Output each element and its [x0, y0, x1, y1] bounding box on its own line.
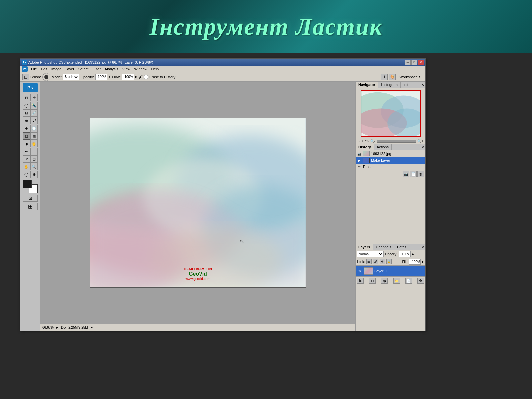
dodge-tool[interactable]: ◑ — [23, 140, 30, 147]
brush-tool[interactable]: 🖌 — [30, 117, 38, 124]
tab-histogram[interactable]: Histogram — [378, 82, 401, 88]
gradient-tool[interactable]: ▦ — [30, 132, 38, 140]
history-actions-bar: 📷 📄 🗑 — [356, 170, 425, 178]
marquee-tool[interactable]: ⊡ — [23, 94, 30, 101]
pen-tool[interactable]: ✒ — [23, 148, 30, 155]
airbrush-icon[interactable]: 🖌 — [139, 75, 143, 79]
canvas-image[interactable]: DEMO VERSION GeoVid www.geovid.com ↖ — [90, 118, 306, 288]
create-document-button[interactable]: 📄 — [410, 171, 417, 177]
zoom-tool[interactable]: 🔍 — [30, 163, 38, 170]
opacity-input-layers[interactable]: 100% — [399, 251, 411, 257]
menu-view[interactable]: View — [120, 66, 132, 72]
type-tool[interactable]: T — [30, 148, 38, 155]
menu-layer[interactable]: Layer — [63, 66, 76, 72]
new-layer-button[interactable]: 📄 — [405, 278, 412, 284]
screen-mode-button[interactable]: ▦ — [23, 203, 38, 210]
history-item-snapshot[interactable]: 📷 1693122.jpg — [356, 150, 425, 157]
zoom-arrow[interactable]: ▶ — [56, 326, 58, 329]
clone-stamp-tool[interactable]: ⊙ — [23, 125, 30, 132]
zoom-in-btn[interactable]: 🔍+ — [417, 139, 423, 143]
minimize-button[interactable]: ─ — [405, 60, 411, 65]
history-panel-close[interactable]: ✕ — [420, 145, 425, 150]
opacity-arrow-layers[interactable]: ▶ — [412, 253, 414, 256]
eyedropper-tool[interactable]: 💉 — [30, 109, 38, 117]
fill-input[interactable]: 100% — [409, 259, 421, 265]
info-btn[interactable]: ℹ — [381, 74, 388, 80]
tab-navigator[interactable]: Navigator — [356, 82, 378, 88]
shape-tool[interactable]: ◻ — [30, 155, 38, 163]
opacity-arrow[interactable]: ▶ — [109, 75, 111, 78]
tool-row-11: ◯ ⊕ — [23, 171, 38, 178]
palette-btn[interactable]: 🎨 — [389, 74, 396, 80]
layers-panel-close[interactable]: ✕ — [420, 245, 425, 250]
new-group-button[interactable]: 📁 — [393, 278, 400, 284]
menu-edit[interactable]: Edit — [39, 66, 49, 72]
navigator-panel-close[interactable]: ✕ — [420, 82, 425, 87]
lock-all-btn[interactable]: 🔒 — [386, 259, 392, 264]
extra-tool-2[interactable]: ⊕ — [30, 171, 38, 178]
tab-history[interactable]: History — [356, 144, 374, 150]
move-tool[interactable]: ✛ — [30, 94, 38, 101]
hand-tool[interactable]: ✋ — [23, 163, 30, 170]
opacity-input[interactable]: 100% — [95, 74, 107, 80]
lasso-tool[interactable]: ◯ — [23, 102, 30, 109]
delete-history-button[interactable]: 🗑 — [417, 171, 424, 177]
history-thumb-1 — [363, 151, 370, 156]
zoom-slider[interactable] — [377, 140, 416, 143]
tab-channels[interactable]: Channels — [373, 244, 394, 250]
layer-effects-button[interactable]: fx — [357, 278, 364, 284]
menu-image[interactable]: Image — [49, 66, 64, 72]
delete-layer-button[interactable]: 🗑 — [417, 278, 424, 284]
tab-layers[interactable]: Layers — [356, 244, 373, 250]
path-select-tool[interactable]: ↗ — [23, 155, 30, 163]
mode-select[interactable]: Brush — [63, 74, 79, 80]
layer-visibility-icon[interactable]: 👁 — [358, 269, 362, 273]
watercolor-art — [90, 118, 306, 287]
extra-tool-1[interactable]: ◯ — [23, 171, 30, 178]
new-snapshot-button[interactable]: 📷 — [403, 171, 409, 177]
eraser-tool[interactable]: ◻ — [23, 132, 30, 140]
tab-paths[interactable]: Paths — [394, 244, 409, 250]
menu-window[interactable]: Window — [132, 66, 149, 72]
add-mask-button[interactable]: ⊡ — [369, 278, 376, 284]
layer-item-0[interactable]: 👁 Layer 0 — [356, 266, 425, 276]
foreground-color-swatch[interactable] — [23, 180, 32, 188]
menu-help[interactable]: Help — [149, 66, 161, 72]
history-item-eraser[interactable]: ✏ Eraser — [356, 164, 425, 170]
status-arrow[interactable]: ▶ — [91, 326, 93, 329]
heal-brush-tool[interactable]: ⊕ — [23, 117, 30, 124]
lock-transparent-btn[interactable]: ▦ — [366, 259, 372, 264]
tab-actions[interactable]: Actions — [374, 144, 392, 150]
zoom-out-btn[interactable]: 🔍- — [370, 139, 375, 143]
lock-row: Lock: ▦ 🖌 ✛ 🔒 Fill: 100% ▶ — [356, 258, 425, 266]
menu-file[interactable]: File — [29, 66, 39, 72]
flow-arrow[interactable]: ▶ — [135, 75, 137, 78]
quick-mask-button[interactable]: ⊡ — [23, 195, 38, 202]
brush-preview[interactable] — [42, 73, 50, 81]
history-item-name-2: Make Layer — [371, 158, 390, 162]
layer-thumbnail — [364, 267, 373, 275]
menu-select[interactable]: Select — [76, 66, 91, 72]
crop-tool[interactable]: ⊡ — [23, 109, 30, 117]
menu-filter[interactable]: Filter — [90, 66, 102, 72]
erase-history-checkbox[interactable] — [144, 75, 148, 79]
workspace-button[interactable]: Workspace ▼ — [397, 74, 423, 80]
fill-arrow[interactable]: ▶ — [422, 260, 424, 263]
lock-position-btn[interactable]: ✛ — [380, 259, 385, 264]
workspace-arrow: ▼ — [418, 75, 421, 78]
flow-label: Flow: — [112, 75, 121, 79]
history-brush-tool[interactable]: 🕐 — [30, 125, 38, 132]
tab-info[interactable]: Info — [401, 82, 412, 88]
history-item-make-layer[interactable]: ▶ Make Layer — [356, 157, 425, 164]
quick-select-tool[interactable]: 🔦 — [30, 102, 38, 109]
menu-analysis[interactable]: Analysis — [103, 66, 120, 72]
smudge-tool[interactable]: 🖐 — [30, 140, 38, 147]
close-button[interactable]: ✕ — [418, 60, 424, 65]
eraser-tool-icon[interactable]: ◻ — [22, 74, 29, 80]
menu-bar: Ps File Edit Image Layer Select Filter A… — [20, 66, 425, 72]
blend-mode-select[interactable]: Normal Dissolve Multiply — [357, 251, 384, 257]
flow-input[interactable]: 100% — [122, 74, 134, 80]
lock-image-btn[interactable]: 🖌 — [373, 259, 378, 264]
new-adjustment-button[interactable]: ◑ — [381, 278, 388, 284]
restore-button[interactable]: □ — [411, 60, 417, 65]
